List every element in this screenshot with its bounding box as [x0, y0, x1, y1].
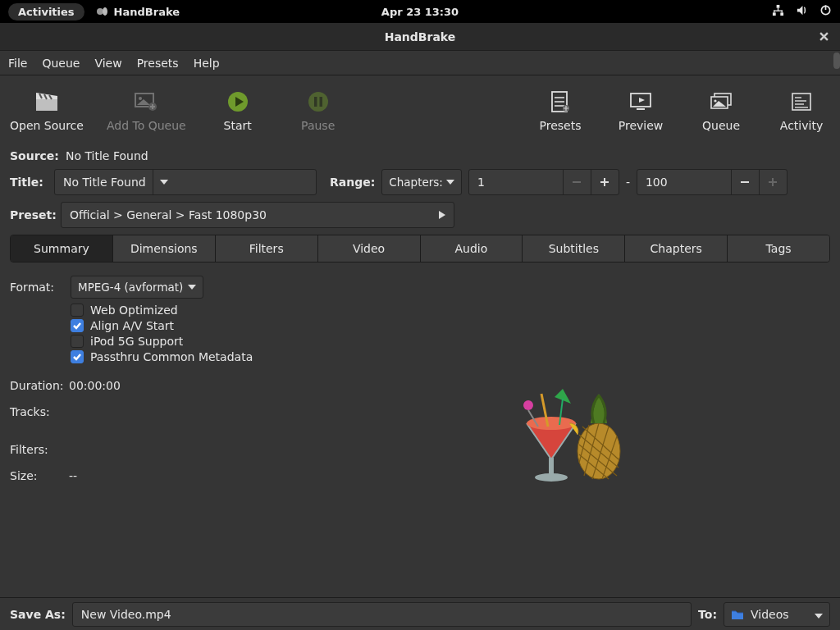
web-optimized-checkbox[interactable] — [71, 304, 84, 317]
start-button[interactable]: Start — [209, 89, 267, 132]
add-to-queue-label: Add To Queue — [107, 119, 186, 132]
svg-rect-11 — [825, 5, 827, 10]
filters-label: Filters: — [10, 443, 61, 456]
save-as-bar: Save As: New Video.mp4 To: Videos — [0, 597, 840, 630]
range-dash: - — [626, 176, 630, 189]
tab-filters[interactable]: Filters — [216, 235, 318, 262]
app-menu-label: HandBrake — [114, 6, 180, 18]
chevron-down-icon — [446, 180, 454, 185]
range-label: Range: — [330, 176, 375, 189]
svg-marker-9 — [797, 6, 803, 15]
svg-rect-8 — [782, 11, 783, 13]
svg-rect-29 — [319, 97, 322, 107]
menu-queue[interactable]: Queue — [42, 57, 80, 70]
svg-marker-47 — [160, 180, 168, 185]
save-as-filename: New Video.mp4 — [81, 608, 171, 621]
svg-marker-36 — [639, 98, 645, 103]
settings-tabs: Summary Dimensions Filters Video Audio S… — [10, 235, 830, 262]
svg-rect-6 — [774, 11, 783, 11]
preview-label: Preview — [619, 119, 664, 132]
passthru-meta-label: Passthru Common Metadata — [90, 350, 253, 363]
menu-help[interactable]: Help — [194, 57, 220, 70]
tab-tags[interactable]: Tags — [728, 235, 829, 262]
svg-rect-3 — [773, 12, 776, 16]
network-icon[interactable] — [772, 4, 784, 19]
tab-chapters[interactable]: Chapters — [625, 235, 728, 262]
web-optimized-label: Web Optimized — [90, 304, 178, 317]
save-to-folder-name: Videos — [751, 608, 789, 621]
power-icon[interactable] — [819, 4, 832, 19]
preview-button[interactable]: Preview — [612, 89, 669, 132]
format-combobox[interactable]: MPEG-4 (avformat) — [71, 276, 203, 299]
start-label: Start — [224, 119, 252, 132]
chevron-right-icon — [439, 211, 445, 219]
svg-marker-66 — [815, 614, 823, 619]
ipod5g-checkbox[interactable] — [71, 335, 84, 348]
svg-rect-7 — [774, 11, 774, 13]
passthru-meta-checkbox[interactable] — [71, 350, 84, 363]
title-combobox[interactable]: No Title Found — [54, 169, 317, 195]
vertical-scrollbar[interactable] — [833, 52, 840, 69]
save-as-input[interactable]: New Video.mp4 — [72, 602, 692, 627]
svg-marker-21 — [137, 99, 150, 105]
range-mode-combobox[interactable]: Chapters: — [381, 169, 462, 195]
save-to-label: To: — [698, 608, 717, 621]
svg-rect-51 — [604, 178, 605, 186]
chevron-down-icon — [153, 170, 176, 194]
align-av-checkbox[interactable] — [71, 319, 84, 332]
tab-video[interactable]: Video — [318, 235, 421, 262]
add-to-queue-button: Add To Queue — [107, 89, 186, 132]
range-start-spinbutton[interactable]: 1 — [468, 169, 619, 195]
sliders-document-icon — [550, 89, 571, 114]
preset-value: Official > General > Fast 1080p30 — [70, 208, 267, 221]
minus-icon — [563, 170, 591, 194]
add-picture-icon — [134, 89, 158, 114]
minus-icon[interactable] — [731, 170, 759, 194]
svg-rect-14 — [36, 99, 57, 111]
svg-rect-52 — [741, 181, 749, 183]
open-source-button[interactable]: Open Source — [10, 89, 84, 132]
duration-label: Duration: — [10, 379, 61, 392]
folder-icon — [731, 609, 744, 620]
window-close-button[interactable] — [815, 28, 832, 44]
tab-summary[interactable]: Summary — [11, 235, 113, 262]
menu-presets[interactable]: Presets — [137, 57, 179, 70]
window-titlebar: HandBrake — [0, 23, 840, 51]
close-icon — [819, 32, 829, 41]
source-label: Source: — [10, 149, 59, 162]
save-to-folder-button[interactable]: Videos — [724, 602, 830, 627]
preset-label: Preset: — [10, 208, 54, 221]
activities-button[interactable]: Activities — [8, 3, 84, 21]
title-label: Title: — [10, 176, 48, 189]
plus-icon[interactable] — [591, 170, 619, 194]
tab-dimensions[interactable]: Dimensions — [113, 235, 216, 262]
svg-point-1 — [103, 7, 107, 16]
range-start-value: 1 — [469, 176, 563, 189]
queue-button[interactable]: Queue — [692, 89, 750, 132]
presets-button[interactable]: Presets — [532, 89, 589, 132]
play-icon — [227, 89, 249, 114]
preset-combobox[interactable]: Official > General > Fast 1080p30 — [61, 202, 454, 228]
app-menu[interactable]: HandBrake — [96, 4, 180, 20]
pause-icon — [308, 89, 329, 114]
svg-marker-48 — [446, 180, 454, 185]
title-combobox-value: No Title Found — [63, 176, 146, 189]
menu-file[interactable]: File — [8, 57, 27, 70]
svg-point-0 — [97, 8, 103, 15]
menu-view[interactable]: View — [94, 57, 121, 70]
open-source-label: Open Source — [10, 119, 84, 132]
pictures-stack-icon — [709, 89, 733, 114]
activity-button[interactable]: Activity — [773, 89, 830, 132]
align-av-label: Align A/V Start — [90, 319, 174, 332]
activity-log-icon — [790, 89, 813, 114]
queue-label: Queue — [702, 119, 740, 132]
tab-audio[interactable]: Audio — [421, 235, 523, 262]
range-end-spinbutton[interactable]: 100 — [637, 169, 788, 195]
source-value: No Title Found — [66, 149, 148, 162]
chevron-down-icon — [815, 608, 823, 621]
tab-subtitles[interactable]: Subtitles — [523, 235, 625, 262]
window-title: HandBrake — [385, 30, 456, 43]
menu-bar: File Queue View Presets Help — [0, 51, 840, 75]
volume-icon[interactable] — [796, 4, 808, 19]
range-mode-value: Chapters: — [389, 176, 443, 189]
